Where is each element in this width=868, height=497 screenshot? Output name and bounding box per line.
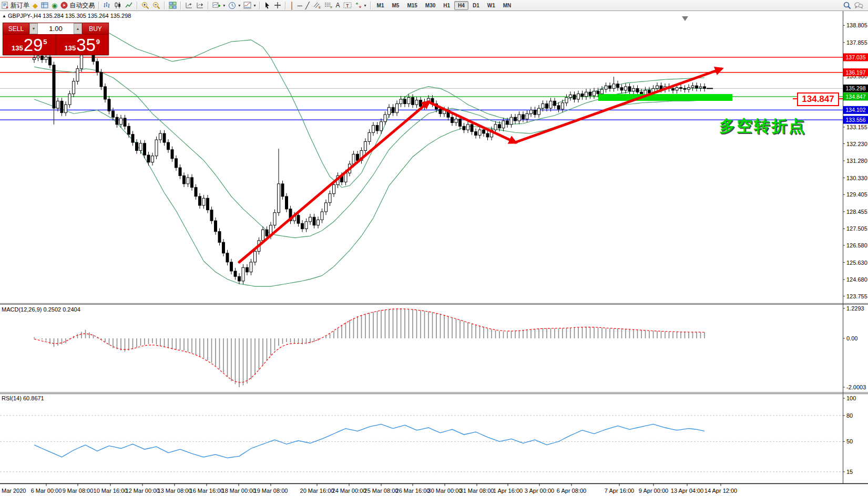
timeframe-D1[interactable]: D1 <box>469 1 483 10</box>
cursor-icon <box>264 2 271 9</box>
chart-end-button[interactable] <box>195 1 206 10</box>
dropdown-arrow-icon: ▾ <box>364 3 366 8</box>
candle-body <box>581 94 584 97</box>
data-window-button[interactable] <box>39 1 50 10</box>
macd-values: 0.2502 0.2404 <box>43 306 80 313</box>
candle-body <box>561 103 564 109</box>
horizontal-line-button[interactable]: ─ <box>296 1 304 10</box>
svg-text:E: E <box>319 6 321 9</box>
timeframe-M30[interactable]: M30 <box>422 1 439 10</box>
market-watch-button[interactable]: ◆ <box>31 1 39 10</box>
timeframe-H4[interactable]: H4 <box>454 1 468 10</box>
dropdown-arrow-icon: ▾ <box>223 3 225 8</box>
bar-chart-icon <box>103 2 111 9</box>
macd-scale-label: 0.00 <box>846 335 857 341</box>
trend-arrow-segment[interactable] <box>239 102 428 262</box>
candle-body <box>502 121 505 128</box>
candle-body <box>238 276 241 281</box>
candle-body <box>175 159 178 168</box>
candle-body <box>218 232 221 243</box>
tile-windows-button[interactable] <box>167 1 178 10</box>
crosshair-button[interactable] <box>272 1 283 10</box>
candle-body <box>37 56 39 58</box>
new-chart-button[interactable]: ▾ <box>211 1 227 10</box>
bar-chart-button[interactable] <box>101 1 113 10</box>
macd-panel <box>34 308 704 387</box>
line-chart-button[interactable] <box>124 1 135 10</box>
vertical-line-icon: │ <box>290 2 294 9</box>
candle-body <box>478 130 481 135</box>
candle-body <box>112 111 115 117</box>
toolbar-separator <box>180 2 181 9</box>
volume-input[interactable]: 1.00 <box>38 23 74 34</box>
price-tick-label: 137.855 <box>846 39 867 46</box>
buy-button[interactable]: BUY <box>82 23 108 34</box>
timeframe-M15[interactable]: M15 <box>403 1 421 10</box>
candle-body <box>620 88 623 90</box>
chart-ohlc-values: 135.284 135.305 135.264 135.298 <box>43 13 131 19</box>
vertical-line-button[interactable]: │ <box>288 1 295 10</box>
candle-body <box>628 87 631 91</box>
chart-title: ▲ GBPJPY-,H4 135.284 135.305 135.264 135… <box>2 13 131 19</box>
price-tick-label: 131.280 <box>846 158 867 164</box>
horizontal-line-icon: ─ <box>298 2 302 9</box>
chart-shift-marker[interactable] <box>682 16 688 21</box>
candle-body <box>384 115 386 122</box>
date-label: 7 Apr 16:00 <box>605 488 634 494</box>
text-button[interactable]: A <box>334 1 342 10</box>
candle-body <box>33 58 36 59</box>
zoom-out-icon <box>152 2 160 9</box>
chat-button[interactable] <box>853 1 865 10</box>
candle-body <box>120 118 122 125</box>
toolbar: 新订单 ◆ ◉ 自动交易 <box>0 0 868 11</box>
fibonacci-button[interactable]: F <box>323 1 334 10</box>
candlestick-chart-button[interactable] <box>113 1 124 10</box>
date-label: 9 Apr 00:00 <box>639 488 668 494</box>
candle-body <box>171 150 173 159</box>
volume-increase-button[interactable]: ▲ <box>74 23 82 34</box>
buy-price[interactable]: 135 35 9 <box>56 35 109 55</box>
search-button[interactable] <box>842 1 853 10</box>
timeframe-H1[interactable]: H1 <box>440 1 454 10</box>
arrows-button[interactable]: ▾ <box>353 1 368 10</box>
autotrade-button[interactable]: 自动交易 <box>59 1 96 10</box>
navigator-button[interactable]: ◉ <box>50 1 59 10</box>
autotrade-icon <box>60 2 68 9</box>
cursor-button[interactable] <box>262 1 272 10</box>
new-order-button[interactable]: 新订单 <box>0 1 31 10</box>
indicators-button[interactable]: ▾ <box>242 1 257 10</box>
price-tick-label: 133.155 <box>846 124 867 130</box>
candle-body <box>534 110 536 115</box>
dropdown-arrow-icon: ▾ <box>238 3 240 8</box>
equidistant-channel-button[interactable]: E <box>311 1 323 10</box>
candle-body <box>301 223 304 229</box>
sell-button[interactable]: SELL <box>3 23 29 34</box>
candle-body <box>210 210 213 221</box>
text-icon: A <box>336 2 340 9</box>
zoom-in-button[interactable] <box>140 1 151 10</box>
chart-forward-button[interactable] <box>183 1 195 10</box>
zoom-out-button[interactable] <box>151 1 162 10</box>
chart-canvas[interactable]: 138.805137.855135.980133.155132.230131.2… <box>0 0 868 497</box>
toolbar-separator <box>285 2 286 9</box>
volume-decrease-button[interactable]: ▼ <box>29 23 38 34</box>
text-label-button[interactable]: T <box>342 1 353 10</box>
timeframe-MN[interactable]: MN <box>499 1 515 10</box>
timeframe-W1[interactable]: W1 <box>484 1 499 10</box>
candle-body <box>486 133 489 137</box>
trendline-button[interactable]: ╱ <box>304 1 311 10</box>
price-tag-value: 136.197 <box>846 69 866 76</box>
candle-body <box>439 109 442 114</box>
candle-body <box>368 132 371 141</box>
timeframe-M5[interactable]: M5 <box>389 1 403 10</box>
timeframe-M1[interactable]: M1 <box>373 1 388 10</box>
candle-body <box>683 88 686 89</box>
rsi-scale-label: 80 <box>846 412 853 419</box>
sell-price[interactable]: 135 29 5 <box>3 35 56 55</box>
candle-body <box>612 84 615 89</box>
toolbar-right-group <box>842 1 865 10</box>
periods-button[interactable]: ▾ <box>227 1 242 10</box>
candle-body <box>128 126 130 134</box>
buy-price-main: 35 <box>76 37 96 53</box>
candle-body <box>309 217 312 222</box>
